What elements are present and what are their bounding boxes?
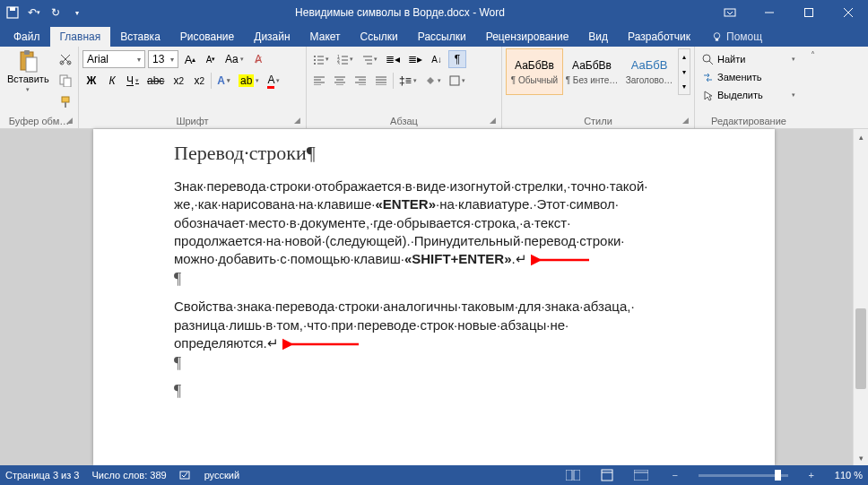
collapse-ribbon-button[interactable]: ˄ <box>803 47 822 128</box>
line-spacing-button[interactable]: ‡≡▾ <box>396 72 420 90</box>
change-case-button[interactable]: Aa▾ <box>222 50 247 68</box>
chevron-down-icon[interactable]: ▾ <box>679 65 690 80</box>
multilevel-button[interactable]: ▾ <box>359 50 380 68</box>
maximize-button[interactable] <box>789 0 829 25</box>
indent-left-button[interactable]: ≣◂ <box>383 50 403 68</box>
bucket-icon <box>425 75 436 86</box>
language-status[interactable]: русский <box>204 470 239 481</box>
font-color-button[interactable]: A▾ <box>265 72 282 90</box>
tab-review[interactable]: Рецензирование <box>476 27 579 47</box>
tab-draw[interactable]: Рисование <box>170 27 244 47</box>
borders-button[interactable]: ▾ <box>447 72 468 90</box>
close-button[interactable] <box>829 0 868 25</box>
page[interactable]: Перевод·строки¶ Знак·перевода·строки·ото… <box>93 129 775 465</box>
zoom-slider[interactable] <box>699 474 788 477</box>
shading-button[interactable]: ▾ <box>422 72 444 90</box>
print-layout-button[interactable] <box>596 467 618 483</box>
align-left-button[interactable] <box>310 72 328 90</box>
align-center-button[interactable] <box>331 72 349 90</box>
bullets-button[interactable]: ▾ <box>310 50 332 68</box>
select-button[interactable]: Выделить▾ <box>699 86 799 104</box>
svg-rect-15 <box>64 78 71 87</box>
dialog-launcher-icon[interactable]: ◢ <box>66 116 73 125</box>
ribbon-tabs: Файл Главная Вставка Рисование Дизайн Ма… <box>0 25 868 47</box>
show-marks-button[interactable]: ¶ <box>448 50 466 68</box>
font-size-combo[interactable]: 13▾ <box>148 50 178 68</box>
scroll-up-icon[interactable]: ▴ <box>854 129 868 144</box>
underline-button[interactable]: Ч▾ <box>124 72 142 90</box>
indent-right-button[interactable]: ≣▸ <box>405 50 425 68</box>
svg-point-18 <box>314 56 316 57</box>
expand-gallery-icon[interactable]: ▾ <box>679 79 690 94</box>
italic-button[interactable]: К <box>103 72 121 90</box>
zoom-in-button[interactable]: + <box>801 467 822 483</box>
scroll-down-icon[interactable]: ▾ <box>854 450 868 465</box>
tab-design[interactable]: Дизайн <box>244 27 299 47</box>
font-name-combo[interactable]: Arial▾ <box>82 50 145 68</box>
paste-button[interactable]: Вставить ▾ <box>4 48 53 95</box>
read-mode-button[interactable] <box>562 467 584 483</box>
undo-icon[interactable]: ↶▾ <box>27 5 41 20</box>
zoom-out-button[interactable]: − <box>664 467 686 483</box>
highlight-button[interactable]: ab▾ <box>236 72 262 90</box>
align-left-icon <box>314 76 325 85</box>
tab-insert[interactable]: Вставка <box>110 27 170 47</box>
grow-font-button[interactable]: A▴ <box>181 50 199 68</box>
tab-layout[interactable]: Макет <box>300 27 351 47</box>
sort-button[interactable]: A↓ <box>428 50 446 68</box>
superscript-button[interactable]: x2 <box>190 72 208 90</box>
tell-me[interactable]: Помощ <box>704 27 769 47</box>
word-count[interactable]: Число слов: 389 <box>91 470 166 481</box>
zoom-level[interactable]: 110 % <box>835 470 863 481</box>
svg-rect-56 <box>574 470 580 481</box>
numbering-button[interactable]: 123▾ <box>334 50 356 68</box>
svg-rect-10 <box>24 50 30 55</box>
style-normal[interactable]: АаБбВв ¶ Обычный <box>506 48 563 95</box>
search-icon <box>702 54 714 65</box>
minimize-button[interactable] <box>750 0 789 25</box>
subscript-button[interactable]: x2 <box>169 72 187 90</box>
svg-rect-4 <box>805 9 813 17</box>
shrink-font-button[interactable]: A▾ <box>202 50 220 68</box>
tab-home[interactable]: Главная <box>50 27 111 47</box>
tab-file[interactable]: Файл <box>4 27 50 47</box>
redo-icon[interactable]: ↻ <box>48 5 63 20</box>
ribbon-options-button[interactable] <box>710 0 750 25</box>
multilevel-icon <box>361 54 372 65</box>
save-icon[interactable] <box>5 5 20 20</box>
qat-more-icon[interactable]: ▾ <box>70 5 84 20</box>
justify-button[interactable] <box>372 72 390 90</box>
text-effects-button[interactable]: A▾ <box>214 72 233 90</box>
chevron-up-icon[interactable]: ▴ <box>679 49 690 65</box>
web-layout-button[interactable] <box>630 467 652 483</box>
page-status[interactable]: Страница 3 из 3 <box>5 470 79 481</box>
dialog-launcher-icon[interactable]: ◢ <box>294 116 300 125</box>
bold-button[interactable]: Ж <box>82 72 100 90</box>
style-heading1[interactable]: АаБбВ Заголово… <box>621 48 678 95</box>
window-controls <box>710 0 868 25</box>
dialog-launcher-icon[interactable]: ◢ <box>682 116 689 125</box>
styles-more[interactable]: ▴ ▾ ▾ <box>678 48 690 95</box>
align-right-button[interactable] <box>352 72 369 90</box>
spellcheck-icon[interactable] <box>179 468 192 482</box>
tab-view[interactable]: Вид <box>578 27 618 47</box>
vertical-scrollbar[interactable]: ▴ ▾ <box>853 129 868 465</box>
copy-button[interactable] <box>56 72 74 90</box>
zoom-knob[interactable] <box>775 470 781 481</box>
dialog-launcher-icon[interactable]: ◢ <box>490 116 496 125</box>
svg-rect-17 <box>65 102 66 108</box>
copy-icon <box>59 74 72 87</box>
find-button[interactable]: Найти▾ <box>699 50 799 68</box>
format-painter-button[interactable] <box>56 93 74 111</box>
replace-button[interactable]: Заменить <box>699 68 799 86</box>
cut-button[interactable] <box>56 50 74 68</box>
tab-references[interactable]: Ссылки <box>351 27 408 47</box>
strike-button[interactable]: abc <box>144 72 167 90</box>
clear-format-button[interactable]: A̷ <box>249 50 267 68</box>
style-no-spacing[interactable]: АаБбВв ¶ Без инте… <box>563 48 621 95</box>
scroll-thumb[interactable] <box>855 308 866 389</box>
tab-developer[interactable]: Разработчик <box>618 27 700 47</box>
styles-gallery: АаБбВв ¶ Обычный АаБбВв ¶ Без инте… АаБб… <box>506 48 690 95</box>
tab-mailings[interactable]: Рассылки <box>408 27 476 47</box>
ribbon: Вставить ▾ Буфер обм…◢ Arial▾ 13▾ A▴ A▾ … <box>0 47 868 129</box>
